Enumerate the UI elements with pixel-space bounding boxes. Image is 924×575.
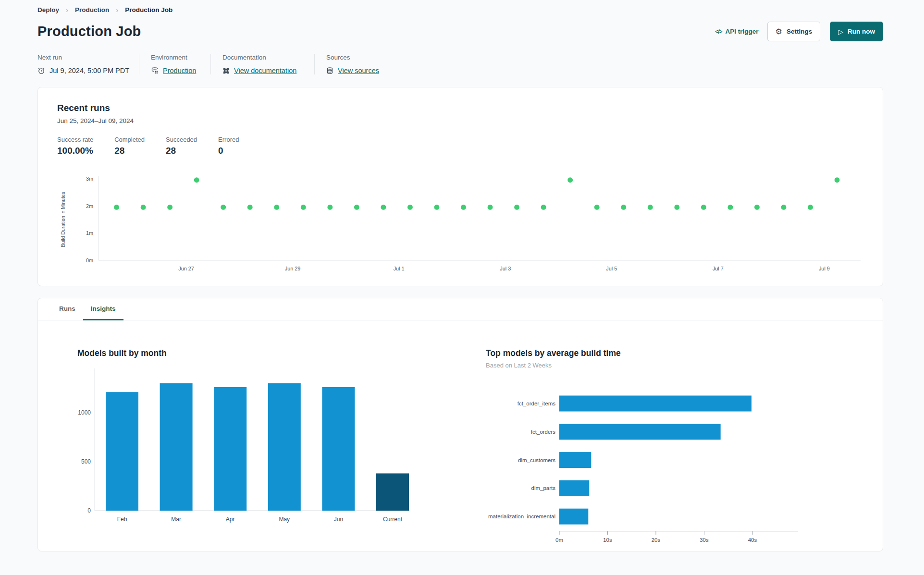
model-bar[interactable] [559, 395, 752, 411]
run-dot[interactable] [461, 205, 466, 210]
month-bar[interactable] [376, 473, 409, 511]
svg-text:40s: 40s [748, 537, 757, 543]
page-header: Production Job </> API trigger ⚙ Setting… [37, 22, 883, 41]
month-bar[interactable] [268, 383, 301, 510]
run-dot[interactable] [194, 177, 199, 183]
run-dot[interactable] [594, 205, 600, 210]
view-documentation-link[interactable]: View documentation [234, 67, 296, 74]
svg-text:Jul 7: Jul 7 [713, 266, 724, 271]
stat-value: 28 [166, 146, 197, 156]
environment-link[interactable]: Production [163, 67, 196, 74]
svg-text:30s: 30s [700, 537, 709, 543]
models-built-by-month-chart: Models built by month 05001000FebMarAprM… [77, 348, 486, 548]
view-sources-link[interactable]: View sources [338, 67, 379, 74]
run-dot[interactable] [381, 205, 386, 210]
svg-text:500: 500 [81, 458, 91, 465]
run-dot[interactable] [327, 205, 333, 210]
run-dot[interactable] [835, 177, 840, 183]
run-dot[interactable] [567, 177, 573, 183]
run-dot[interactable] [701, 205, 706, 210]
svg-text:Jun 27: Jun 27 [178, 266, 194, 271]
build-duration-chart: 0m1m2m3mBuild Duration in MinutesJun 27J… [57, 172, 863, 273]
svg-text:Jul 3: Jul 3 [500, 266, 511, 271]
svg-text:0m: 0m [86, 257, 93, 263]
svg-text:10s: 10s [603, 537, 612, 543]
sources-label: Sources [326, 54, 379, 61]
stat-label: Errored [218, 136, 239, 143]
model-bar[interactable] [559, 424, 721, 440]
svg-text:Feb: Feb [117, 516, 127, 523]
tab-runs[interactable]: Runs [51, 298, 83, 320]
run-dot[interactable] [514, 205, 519, 210]
documentation-info: Documentation View documentation [222, 54, 315, 74]
tab-bar: Runs Insights [38, 298, 883, 320]
svg-text:May: May [279, 516, 290, 523]
svg-text:20s: 20s [652, 537, 661, 543]
run-dot[interactable] [407, 205, 413, 210]
recent-runs-stats: Success rate 100.00% Completed 28 Succee… [57, 136, 863, 156]
stat-succeeded: Succeeded 28 [166, 136, 197, 156]
svg-text:3m: 3m [86, 176, 93, 182]
run-dot[interactable] [648, 205, 653, 210]
run-dot[interactable] [221, 205, 226, 210]
model-bar[interactable] [559, 508, 588, 524]
run-now-button[interactable]: ▷ Run now [830, 22, 883, 41]
svg-text:Apr: Apr [226, 516, 235, 523]
svg-text:Current: Current [383, 516, 403, 523]
settings-button[interactable]: ⚙ Settings [767, 22, 821, 41]
run-dot[interactable] [488, 205, 493, 210]
recent-runs-title: Recent runs [57, 103, 863, 113]
top-models-chart: Top models by average build time Based o… [486, 348, 851, 548]
svg-text:materialization_incremental: materialization_incremental [488, 514, 555, 519]
svg-text:Jul 1: Jul 1 [394, 266, 405, 271]
job-detail-tabs-card: Runs Insights Models built by month 0500… [37, 298, 883, 551]
month-bar[interactable] [214, 387, 246, 510]
chevron-right-icon: › [116, 6, 118, 14]
run-dot[interactable] [541, 205, 546, 210]
svg-text:dim_parts: dim_parts [531, 485, 556, 491]
run-dot[interactable] [301, 205, 306, 210]
y-axis-label: Build Duration in Minutes [61, 192, 66, 247]
api-trigger-link[interactable]: </> API trigger [715, 28, 758, 35]
run-dot[interactable] [114, 205, 119, 210]
run-dot[interactable] [434, 205, 440, 210]
model-bar[interactable] [559, 452, 591, 468]
run-dot[interactable] [727, 205, 733, 210]
breadcrumb: Deploy › Production › Production Job [37, 5, 883, 14]
next-run-label: Next run [37, 54, 127, 61]
svg-text:0: 0 [87, 507, 91, 514]
run-dot[interactable] [247, 205, 253, 210]
next-run-info: Next run Jul 9, 2024, 5:00 PM PDT [37, 54, 139, 74]
month-bar[interactable] [160, 383, 193, 510]
run-dot[interactable] [141, 205, 146, 210]
run-dot[interactable] [808, 205, 813, 210]
breadcrumb-production[interactable]: Production [75, 6, 109, 13]
svg-text:Jul 9: Jul 9 [819, 266, 830, 271]
recent-runs-date-range: Jun 25, 2024–Jul 09, 2024 [57, 117, 863, 124]
run-dot[interactable] [354, 205, 359, 210]
stat-label: Success rate [57, 136, 93, 143]
stat-value: 100.00% [57, 146, 93, 156]
environment-info: Environment Production [151, 54, 211, 74]
model-bar[interactable] [559, 480, 589, 496]
run-dot[interactable] [621, 205, 626, 210]
sources-info: Sources View sources [326, 54, 391, 74]
run-dot[interactable] [167, 205, 172, 210]
month-bar[interactable] [322, 387, 355, 510]
run-dot[interactable] [754, 205, 760, 210]
run-dot[interactable] [781, 205, 787, 210]
breadcrumb-deploy[interactable]: Deploy [37, 6, 59, 13]
models-built-bar-svg: 05001000FebMarAprMayJunCurrent [77, 366, 471, 527]
chevron-right-icon: › [66, 6, 68, 14]
run-dot[interactable] [274, 205, 279, 210]
code-icon: </> [715, 28, 722, 35]
run-now-label: Run now [848, 28, 875, 35]
month-bar[interactable] [106, 392, 138, 511]
run-dot[interactable] [674, 205, 679, 210]
svg-text:1m: 1m [86, 230, 93, 236]
svg-text:Jun: Jun [334, 516, 343, 523]
tab-insights[interactable]: Insights [83, 298, 123, 320]
alarm-clock-icon [37, 67, 45, 74]
settings-label: Settings [787, 28, 812, 35]
play-icon: ▷ [838, 28, 843, 35]
